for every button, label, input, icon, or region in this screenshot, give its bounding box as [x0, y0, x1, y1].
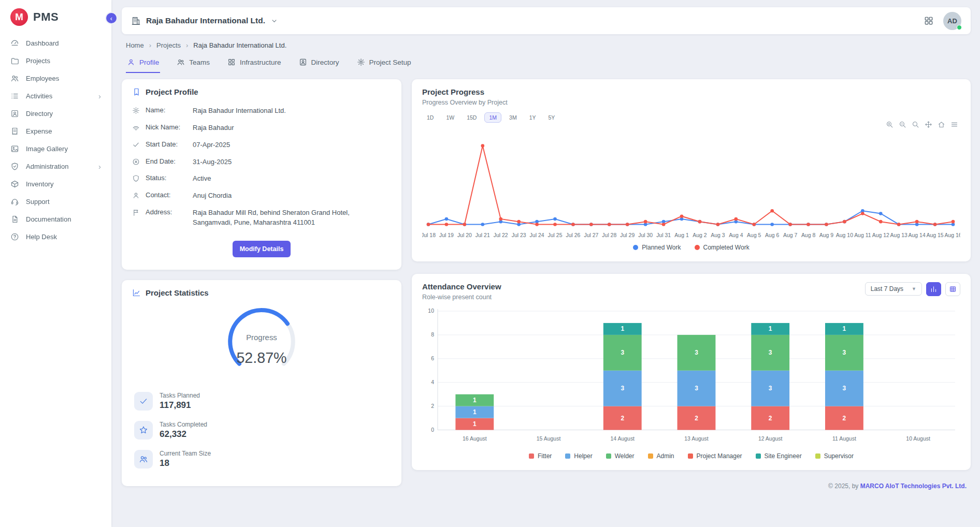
- breadcrumb-item[interactable]: Raja Bahadur International Ltd.: [193, 41, 286, 49]
- profile-field-start-date-: Start Date:07-Apr-2025: [132, 137, 391, 154]
- line-chart-legend: Planned WorkCompleted Work: [422, 244, 960, 251]
- chart-line-icon: [132, 288, 141, 297]
- app-logo: M PMS: [0, 0, 111, 34]
- select-value: Last 7 Days: [871, 285, 903, 292]
- menu-icon[interactable]: [950, 121, 958, 128]
- card-title: Attendance Overview: [422, 282, 501, 291]
- sidebar-item-support[interactable]: Support: [0, 193, 111, 210]
- tab-teams[interactable]: Teams: [176, 53, 211, 73]
- legend-item-planned-work[interactable]: Planned Work: [633, 244, 681, 251]
- shield-icon: [132, 174, 140, 182]
- zoom-out-icon[interactable]: [899, 121, 906, 128]
- sidebar-item-label: Expense: [26, 127, 52, 135]
- range-button-1d[interactable]: 1D: [422, 112, 438, 123]
- project-progress-card: Project Progress Progress Overview by Pr…: [412, 79, 971, 261]
- sidebar-item-dashboard[interactable]: Dashboard: [0, 34, 111, 52]
- content-grid: Project Profile Name:Raja Bahadur Intern…: [122, 79, 971, 493]
- sidebar-item-projects[interactable]: Projects: [0, 52, 111, 69]
- tab-infrastructure[interactable]: Infrastructure: [226, 53, 282, 73]
- breadcrumb-item[interactable]: Home: [126, 41, 144, 49]
- sidebar-item-documentation[interactable]: Documentation: [0, 210, 111, 228]
- sidebar-item-employees[interactable]: Employees: [0, 69, 111, 87]
- progress-line-chart[interactable]: Jul 18Jul 19Jul 20Jul 21Jul 22Jul 23Jul …: [422, 133, 960, 243]
- bar-chart-legend: FitterHelperWelderAdminProject ManagerSi…: [422, 452, 960, 460]
- profile-field-status-: Status:Active: [132, 170, 391, 187]
- tab-project-setup[interactable]: Project Setup: [356, 53, 412, 73]
- sidebar-collapse-button[interactable]: ‹: [105, 12, 118, 24]
- tab-profile[interactable]: Profile: [126, 53, 160, 73]
- svg-text:Jul 25: Jul 25: [548, 232, 563, 238]
- legend-item-helper[interactable]: Helper: [565, 452, 592, 460]
- table-view-toggle[interactable]: [945, 282, 960, 296]
- breadcrumb-item[interactable]: Projects: [156, 41, 181, 49]
- chevron-right-icon: ›: [98, 163, 101, 170]
- svg-text:Jul 20: Jul 20: [457, 232, 472, 238]
- range-button-3m[interactable]: 3M: [505, 112, 522, 123]
- sidebar-item-directory[interactable]: Directory: [0, 105, 111, 122]
- footer-link[interactable]: MARCO AIoT Technologies Pvt. Ltd.: [860, 482, 967, 490]
- bar-chart-icon: [930, 285, 938, 293]
- time-range-buttons: 1D1W15D1M3M1Y5Y: [422, 112, 960, 123]
- chart-view-toggle[interactable]: [926, 282, 941, 296]
- svg-text:1: 1: [473, 420, 477, 428]
- range-button-1m[interactable]: 1M: [484, 112, 501, 123]
- legend-item-admin[interactable]: Admin: [648, 452, 674, 460]
- project-profile-card: Project Profile Name:Raja Bahadur Intern…: [122, 79, 401, 270]
- topbar-right: AD: [924, 12, 961, 30]
- table-icon: [949, 285, 957, 293]
- svg-text:2: 2: [695, 414, 698, 421]
- range-button-1y[interactable]: 1Y: [525, 112, 541, 123]
- range-button-5y[interactable]: 5Y: [543, 112, 559, 123]
- svg-text:Jul 21: Jul 21: [475, 232, 490, 238]
- left-column: Project Profile Name:Raja Bahadur Intern…: [122, 79, 401, 486]
- legend-item-project-manager[interactable]: Project Manager: [688, 452, 742, 460]
- line-chart-svg[interactable]: Jul 18Jul 19Jul 20Jul 21Jul 22Jul 23Jul …: [422, 133, 960, 241]
- sidebar-item-activities[interactable]: Activities›: [0, 87, 111, 105]
- tab-directory[interactable]: Directory: [298, 53, 340, 73]
- topbar: Raja Bahadur International Ltd. AD: [122, 7, 971, 34]
- svg-text:3: 3: [695, 385, 698, 392]
- sidebar-item-image-gallery[interactable]: Image Gallery: [0, 140, 111, 157]
- legend-item-site-engineer[interactable]: Site Engineer: [756, 452, 802, 460]
- employees-icon: [10, 74, 19, 83]
- modify-details-button[interactable]: Modify Details: [233, 241, 291, 257]
- svg-text:Jul 27: Jul 27: [584, 232, 598, 238]
- range-button-15d[interactable]: 15D: [462, 112, 481, 123]
- range-button-1w[interactable]: 1W: [441, 112, 459, 123]
- expense-icon: [10, 127, 19, 136]
- attendance-bar-chart[interactable]: 024681011116 August15 August233114 Augus…: [422, 306, 960, 451]
- legend-item-supervisor[interactable]: Supervisor: [815, 452, 854, 460]
- svg-text:16 August: 16 August: [463, 436, 487, 442]
- bar-chart-svg[interactable]: 024681011116 August15 August233114 Augus…: [422, 306, 960, 449]
- sidebar-item-help-desk[interactable]: Help Desk: [0, 228, 111, 245]
- svg-text:3: 3: [843, 349, 846, 356]
- svg-text:2: 2: [843, 414, 846, 421]
- svg-text:Aug 11: Aug 11: [854, 232, 871, 238]
- sidebar: M PMS DashboardProjectsEmployeesActiviti…: [0, 0, 111, 527]
- legend-item-welder[interactable]: Welder: [606, 452, 635, 460]
- person-icon: [132, 192, 140, 199]
- stat-icon-box: [134, 450, 153, 469]
- chevron-down-icon: ▼: [912, 286, 916, 291]
- sidebar-nav: DashboardProjectsEmployeesActivities›Dir…: [0, 34, 111, 245]
- legend-item-fitter[interactable]: Fitter: [529, 452, 552, 460]
- avatar[interactable]: AD: [943, 12, 961, 30]
- svg-text:Aug 1: Aug 1: [674, 232, 689, 238]
- field-value: 31-Aug-2025: [193, 157, 232, 167]
- zoom-in-icon[interactable]: [886, 121, 893, 128]
- pan-icon[interactable]: [925, 121, 932, 128]
- sidebar-item-expense[interactable]: Expense: [0, 122, 111, 140]
- plot-toolbar: [886, 121, 958, 128]
- stat-tasks-planned: Tasks Planned117,891: [132, 387, 391, 416]
- gauge-svg: Progress52.87%: [217, 302, 306, 380]
- apps-icon[interactable]: [924, 16, 934, 26]
- sidebar-item-administration[interactable]: Administration›: [0, 157, 111, 175]
- tab-label: Teams: [189, 58, 210, 66]
- home-icon[interactable]: [938, 121, 945, 128]
- sidebar-item-inventory[interactable]: Inventory: [0, 175, 111, 193]
- legend-item-completed-work[interactable]: Completed Work: [695, 244, 750, 251]
- magnifier-icon[interactable]: [912, 121, 919, 128]
- attendance-range-select[interactable]: Last 7 Days ▼: [865, 282, 922, 296]
- svg-text:52.87%: 52.87%: [236, 349, 286, 366]
- company-selector[interactable]: Raja Bahadur International Ltd.: [131, 16, 278, 26]
